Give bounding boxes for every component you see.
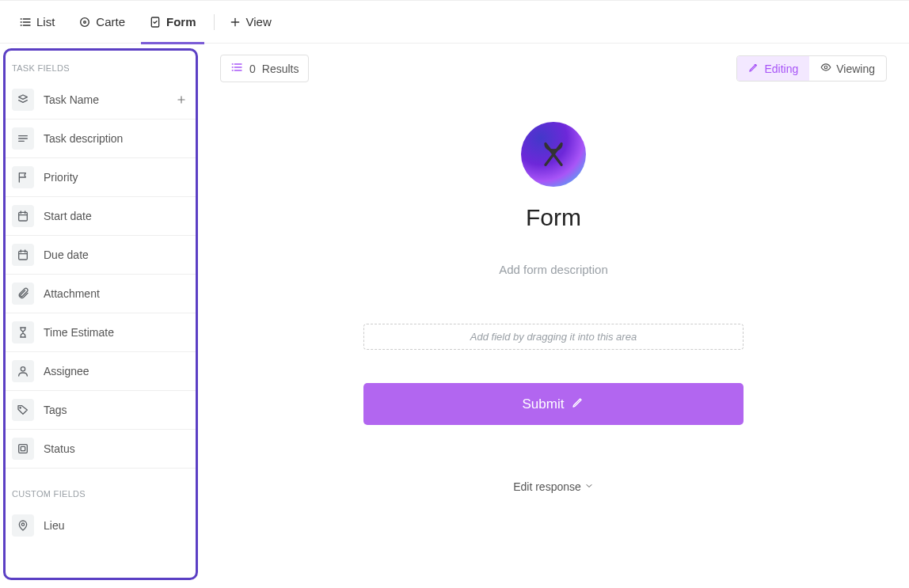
add-field-button[interactable] bbox=[173, 92, 189, 108]
list-icon bbox=[230, 61, 243, 76]
plus-icon bbox=[229, 16, 242, 28]
list-icon bbox=[19, 16, 32, 28]
svg-point-33 bbox=[232, 67, 233, 68]
field-task-description[interactable]: Task description bbox=[6, 119, 196, 158]
form-title[interactable]: Form bbox=[363, 204, 744, 231]
svg-point-25 bbox=[20, 408, 21, 408]
mode-viewing[interactable]: Viewing bbox=[809, 56, 886, 81]
tab-view-label: View bbox=[246, 15, 272, 28]
field-tags[interactable]: Tags bbox=[6, 391, 196, 430]
svg-point-28 bbox=[21, 523, 24, 525]
svg-point-6 bbox=[81, 17, 89, 26]
field-label: Time Estimate bbox=[44, 326, 189, 339]
pin-icon bbox=[12, 514, 34, 537]
field-dropzone[interactable]: Add field by dragging it into this area bbox=[363, 324, 744, 350]
pencil-icon bbox=[748, 62, 759, 75]
custom-fields-heading: CUSTOM FIELDS bbox=[6, 484, 196, 506]
svg-point-5 bbox=[21, 25, 21, 25]
field-label: Start date bbox=[44, 210, 189, 222]
user-icon bbox=[12, 360, 34, 382]
field-assignee[interactable]: Assignee bbox=[6, 352, 196, 391]
field-label: Due date bbox=[44, 248, 189, 261]
form-description-placeholder[interactable]: Add form description bbox=[363, 263, 744, 276]
form-builder-content: 0 Results Editing Viewing bbox=[198, 44, 909, 588]
field-label: Assignee bbox=[44, 365, 189, 377]
svg-point-4 bbox=[21, 21, 21, 22]
tab-list-label: List bbox=[36, 15, 55, 28]
flag-icon bbox=[12, 166, 34, 188]
target-icon bbox=[78, 16, 91, 28]
pencil-icon bbox=[572, 396, 584, 412]
svg-point-35 bbox=[824, 66, 827, 69]
field-lieu[interactable]: Lieu bbox=[6, 506, 196, 544]
stack-icon bbox=[12, 89, 34, 111]
field-label: Priority bbox=[44, 171, 189, 184]
submit-button[interactable]: Submit bbox=[363, 383, 744, 425]
mode-editing[interactable]: Editing bbox=[737, 56, 809, 81]
paperclip-icon bbox=[12, 283, 34, 305]
tab-add-view[interactable]: View bbox=[221, 10, 280, 33]
field-task-name[interactable]: Task Name bbox=[6, 81, 196, 119]
svg-point-7 bbox=[84, 21, 86, 23]
field-due-date[interactable]: Due date bbox=[6, 236, 196, 275]
text-icon bbox=[12, 127, 34, 150]
field-status[interactable]: Status bbox=[6, 430, 196, 469]
results-label: Results bbox=[262, 63, 299, 75]
form-icon bbox=[149, 16, 162, 28]
field-label: Task description bbox=[44, 132, 189, 145]
svg-point-32 bbox=[232, 64, 233, 65]
eye-icon bbox=[820, 62, 831, 75]
form-preview: Form Add form description Add field by d… bbox=[363, 122, 744, 493]
tab-form[interactable]: Form bbox=[141, 10, 204, 33]
field-label: Lieu bbox=[44, 519, 189, 532]
square-icon bbox=[12, 438, 34, 460]
field-label: Tags bbox=[44, 404, 189, 416]
field-label: Attachment bbox=[44, 287, 189, 300]
content-toolbar: 0 Results Editing Viewing bbox=[220, 55, 887, 82]
form-logo[interactable] bbox=[521, 122, 586, 187]
svg-rect-20 bbox=[19, 251, 28, 260]
results-button[interactable]: 0 Results bbox=[220, 55, 309, 82]
submit-label: Submit bbox=[523, 396, 565, 412]
svg-point-34 bbox=[232, 70, 233, 71]
results-count: 0 bbox=[249, 63, 256, 75]
mode-viewing-label: Viewing bbox=[836, 63, 875, 75]
field-priority[interactable]: Priority bbox=[6, 158, 196, 197]
field-label: Task Name bbox=[44, 93, 164, 106]
task-fields-heading: TASK FIELDS bbox=[6, 59, 196, 81]
fields-sidebar: TASK FIELDS Task Name Task description P… bbox=[3, 48, 198, 580]
field-attachment[interactable]: Attachment bbox=[6, 275, 196, 313]
field-start-date[interactable]: Start date bbox=[6, 197, 196, 236]
tag-icon bbox=[12, 399, 34, 421]
field-time-estimate[interactable]: Time Estimate bbox=[6, 313, 196, 352]
chevron-down-icon bbox=[584, 480, 594, 493]
view-tabs: List Carte Form View bbox=[0, 0, 909, 44]
field-label: Status bbox=[44, 442, 189, 455]
svg-rect-16 bbox=[19, 212, 28, 221]
svg-rect-26 bbox=[19, 445, 28, 453]
tab-divider bbox=[214, 14, 215, 30]
tab-carte[interactable]: Carte bbox=[70, 10, 133, 33]
calendar-icon bbox=[12, 205, 34, 227]
mode-toggle: Editing Viewing bbox=[736, 55, 887, 82]
svg-rect-27 bbox=[21, 446, 25, 450]
hourglass-icon bbox=[12, 321, 34, 343]
tab-list[interactable]: List bbox=[11, 10, 63, 33]
mode-editing-label: Editing bbox=[764, 63, 798, 75]
svg-point-24 bbox=[21, 367, 25, 371]
tab-carte-label: Carte bbox=[96, 15, 125, 28]
svg-point-3 bbox=[21, 18, 21, 19]
edit-response-label: Edit response bbox=[513, 480, 581, 493]
calendar-icon bbox=[12, 244, 34, 266]
tab-form-label: Form bbox=[166, 15, 196, 28]
edit-response-dropdown[interactable]: Edit response bbox=[513, 480, 594, 493]
